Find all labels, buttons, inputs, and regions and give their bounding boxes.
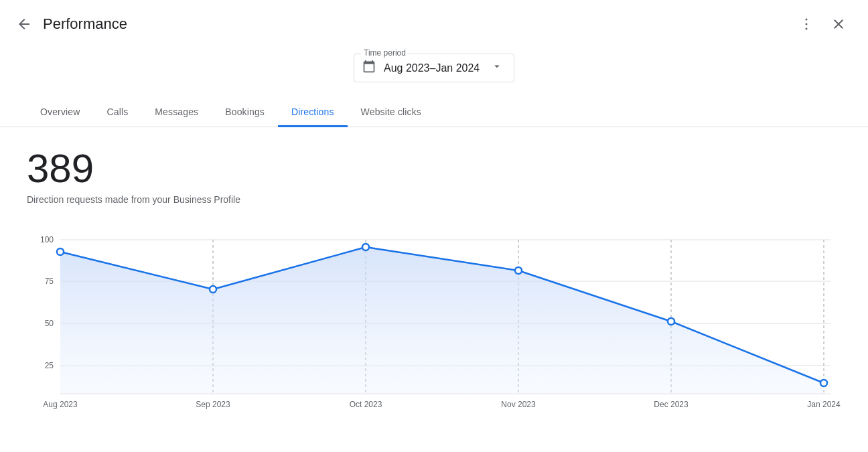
tab-website-clicks[interactable]: Website clicks [348,98,435,127]
svg-point-18 [57,248,64,255]
svg-point-23 [820,380,827,386]
page-title: Performance [43,15,127,33]
more-options-icon [798,16,814,32]
calendar-icon [362,60,376,76]
header-right [793,11,852,37]
metric-number: 389 [27,149,841,189]
time-period-select[interactable]: Time period Aug 2023–Jan 2024 [354,54,514,82]
tab-calls[interactable]: Calls [93,98,141,127]
tabs-container: Overview Calls Messages Bookings Directi… [0,98,868,127]
svg-marker-17 [60,247,824,394]
time-period-container: Time period Aug 2023–Jan 2024 [0,43,868,98]
header: Performance [0,0,868,43]
svg-point-0 [806,19,808,21]
svg-point-22 [668,318,674,325]
metric-description: Direction requests made from your Busine… [27,194,841,205]
dropdown-arrow-icon [491,60,503,76]
svg-text:Aug 2023: Aug 2023 [43,400,78,409]
svg-point-2 [806,28,808,30]
close-button[interactable] [825,11,852,37]
header-left: Performance [11,11,127,37]
svg-text:100: 100 [40,235,54,244]
back-button[interactable] [11,11,38,37]
svg-text:Jan 2024: Jan 2024 [807,400,841,409]
svg-text:Dec 2023: Dec 2023 [654,400,689,409]
svg-point-19 [210,286,216,293]
close-icon [830,16,847,32]
content-area: 389 Direction requests made from your Bu… [0,127,868,427]
time-period-label: Time period [361,48,409,58]
svg-point-20 [362,244,369,250]
line-chart: 100 75 50 25 Aug 2023 Se [27,226,841,414]
svg-text:25: 25 [45,361,54,370]
more-options-button[interactable] [793,11,820,37]
svg-text:75: 75 [45,277,54,286]
svg-text:Nov 2023: Nov 2023 [501,400,536,409]
chart-container: 100 75 50 25 Aug 2023 Se [27,226,841,414]
svg-text:50: 50 [45,319,54,328]
tab-messages[interactable]: Messages [141,98,212,127]
tab-bookings[interactable]: Bookings [212,98,278,127]
svg-text:Sep 2023: Sep 2023 [196,400,230,409]
svg-point-1 [806,23,808,25]
tab-overview[interactable]: Overview [27,98,93,127]
time-period-value: Aug 2023–Jan 2024 [384,62,483,74]
back-icon [16,16,32,32]
svg-point-21 [515,267,522,274]
svg-text:Oct 2023: Oct 2023 [350,400,382,409]
tab-directions[interactable]: Directions [278,98,348,127]
